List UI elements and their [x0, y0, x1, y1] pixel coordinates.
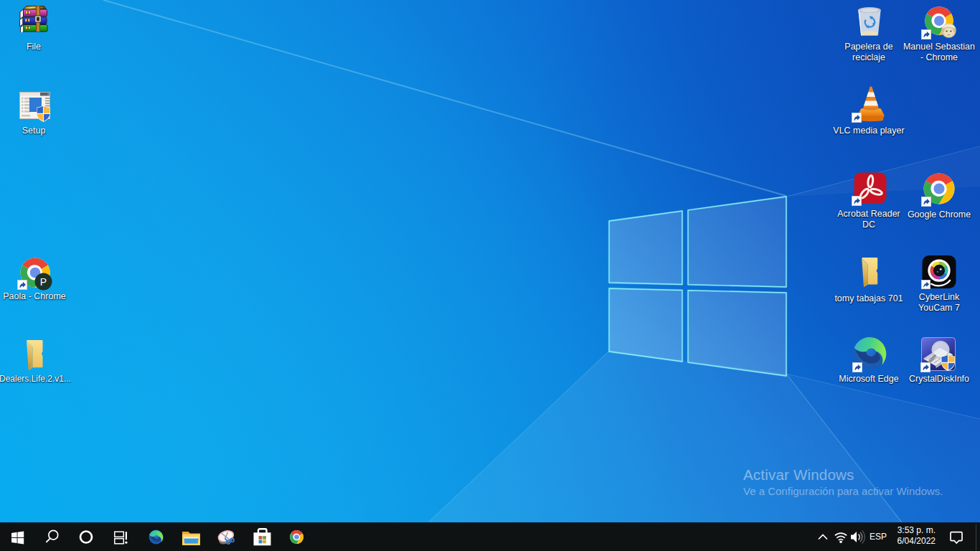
svg-text:P: P [40, 276, 47, 288]
